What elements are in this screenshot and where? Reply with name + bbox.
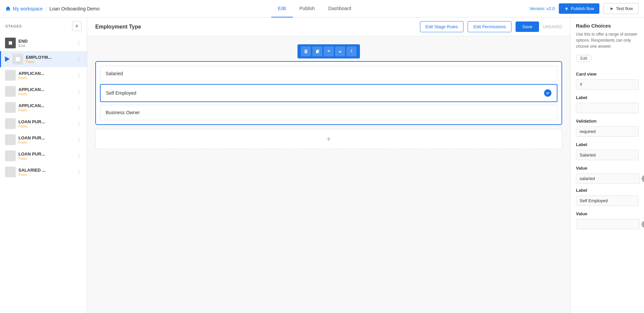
tab-dashboard[interactable]: Dashboard xyxy=(322,0,358,17)
stage-menu-end[interactable]: ⋮ xyxy=(75,39,83,48)
checkmark-icon xyxy=(545,91,550,95)
end-icon xyxy=(8,40,13,46)
choice2-remove-button[interactable]: − xyxy=(642,221,644,228)
stage-type-lp2: Form xyxy=(18,140,72,144)
add-widget-icon: + xyxy=(326,134,331,144)
add-stage-button[interactable]: + xyxy=(72,21,82,31)
nav-separator: / xyxy=(45,6,47,11)
stage-type-lp1: Form xyxy=(18,124,72,128)
copy-button[interactable] xyxy=(312,46,322,56)
main-layout: STAGES + END End ⋮ xyxy=(0,17,644,313)
card-view-input[interactable] xyxy=(576,79,639,90)
stage-menu-a3[interactable]: ⋮ xyxy=(75,103,83,112)
move-up-button[interactable] xyxy=(335,46,345,56)
sidebar-item-applicant2[interactable]: APPLICAN... Form ⋮ xyxy=(0,83,87,99)
stage-menu-lp3[interactable]: ⋮ xyxy=(75,151,83,161)
workspace-link[interactable]: My workspace xyxy=(5,6,43,11)
copy-icon xyxy=(315,49,320,54)
validation-input[interactable] xyxy=(576,126,639,137)
stage-type-end: End xyxy=(18,44,72,48)
test-flow-button[interactable]: Test flow xyxy=(603,3,639,14)
sidebar-item-applicant1[interactable]: APPLICAN... Form ⋮ xyxy=(0,67,87,83)
stage-info-lp1: LOAN PUR... Form xyxy=(18,119,72,128)
stages-list: END End ⋮ EMPLOYM... Form ⋮ xyxy=(0,35,87,313)
delete-button[interactable] xyxy=(301,46,311,56)
stage-icon-a2 xyxy=(5,86,16,97)
edit-permissions-button[interactable]: Edit Permissions xyxy=(468,21,512,32)
stage-name-lp3: LOAN PUR... xyxy=(18,151,72,156)
center-area: Employment Type Edit Stage Rules Edit Pe… xyxy=(87,17,570,313)
version-label: Version: v2.0 xyxy=(530,6,555,11)
sidebar-item-salaried[interactable]: SALARIED ... Form ⋮ xyxy=(0,164,87,180)
save-button[interactable]: Save xyxy=(516,21,539,32)
stage-type-a1: Form xyxy=(18,76,72,80)
choice1-value-row: − xyxy=(576,173,639,184)
stage-menu-lp1[interactable]: ⋮ xyxy=(75,119,83,128)
stage-menu-employment[interactable]: ⋮ xyxy=(75,55,83,64)
stage-name-sal: SALARIED ... xyxy=(18,168,72,173)
choice-business-owner[interactable]: Business Owner xyxy=(100,105,557,120)
choice2-label-input[interactable] xyxy=(576,195,639,206)
label-input[interactable] xyxy=(576,103,639,113)
sidebar-header: STAGES + xyxy=(0,17,87,35)
sidebar-item-employment[interactable]: EMPLOYM... Form ⋮ xyxy=(0,51,87,67)
choice1-value-input[interactable] xyxy=(576,173,640,184)
stage-menu-a2[interactable]: ⋮ xyxy=(75,87,83,96)
add-widget-area[interactable]: + xyxy=(95,129,562,149)
choice2-value-input[interactable] xyxy=(576,219,640,229)
stage-icon-end xyxy=(5,38,16,48)
move-down-button[interactable] xyxy=(324,46,334,56)
choice-salaried[interactable]: Salaried xyxy=(100,66,557,81)
stage-menu-lp2[interactable]: ⋮ xyxy=(75,135,83,144)
edit-stage-rules-button[interactable]: Edit Stage Rules xyxy=(420,21,464,32)
nav-tabs: Edit Publish Dashboard xyxy=(271,0,358,17)
stage-icon-lp3 xyxy=(5,150,16,161)
choice-salaried-label: Salaried xyxy=(106,71,123,76)
sidebar-item-loanpur3[interactable]: LOAN PUR... Form ⋮ xyxy=(0,148,87,164)
home-icon xyxy=(5,6,11,11)
project-name: Loan Onboarding Demo xyxy=(49,6,99,11)
stage-name-lp1: LOAN PUR... xyxy=(18,119,72,124)
sidebar-item-end[interactable]: END End ⋮ xyxy=(0,35,87,51)
play-indicator xyxy=(5,56,10,62)
label-label: Label xyxy=(576,95,639,100)
edit-badge[interactable]: Edit xyxy=(576,55,592,62)
stage-name-lp2: LOAN PUR... xyxy=(18,135,72,140)
choice2-value-label: Value xyxy=(576,211,639,216)
form-icon xyxy=(15,56,20,62)
stage-icon-employment xyxy=(12,54,23,64)
test-flow-label: Test flow xyxy=(616,6,633,11)
stage-menu-sal[interactable]: ⋮ xyxy=(75,168,83,177)
card-view-label: Card view xyxy=(576,72,639,77)
radio-choices-widget: Salaried Self Employed Business Owner xyxy=(95,61,562,125)
nav-right: Version: v2.0 Publish flow Test flow xyxy=(530,3,639,14)
stages-label: STAGES xyxy=(5,24,22,28)
sidebar-item-applicant3[interactable]: APPLICAN... Form ⋮ xyxy=(0,99,87,116)
publish-flow-button[interactable]: Publish flow xyxy=(559,3,599,14)
choice1-remove-button[interactable]: − xyxy=(642,175,644,182)
panel-description: Use this to offer a range of answer opti… xyxy=(576,31,639,49)
stage-name-end: END xyxy=(18,39,72,44)
chevron-down-icon xyxy=(326,49,331,54)
choice1-label-input[interactable] xyxy=(576,150,639,160)
drag-icon xyxy=(349,49,354,54)
center-content: Salaried Self Employed Business Owner + xyxy=(87,36,570,313)
validation-label: Validation xyxy=(576,119,639,124)
stage-info-employment: EMPLOYM... Form xyxy=(26,55,72,64)
sidebar-item-loanpur1[interactable]: LOAN PUR... Form ⋮ xyxy=(0,116,87,132)
test-icon xyxy=(609,6,614,11)
tab-publish[interactable]: Publish xyxy=(293,0,322,17)
choice-business-owner-label: Business Owner xyxy=(106,110,140,115)
drag-button[interactable] xyxy=(346,46,357,56)
choice-self-employed[interactable]: Self Employed xyxy=(100,84,557,102)
right-panel: Radio Choices Use this to offer a range … xyxy=(570,17,644,313)
choice-self-employed-label: Self Employed xyxy=(106,90,136,96)
tab-edit[interactable]: Edit xyxy=(271,0,293,17)
sidebar-item-loanpur2[interactable]: LOAN PUR... Form ⋮ xyxy=(0,132,87,148)
stage-menu-a1[interactable]: ⋮ xyxy=(75,71,83,80)
publish-flow-label: Publish flow xyxy=(571,6,594,11)
center-header: Employment Type Edit Stage Rules Edit Pe… xyxy=(87,17,570,36)
stage-info-end: END End xyxy=(18,39,72,48)
unsaved-label: UNSAVED xyxy=(543,25,562,29)
panel-title: Radio Choices xyxy=(576,23,639,29)
